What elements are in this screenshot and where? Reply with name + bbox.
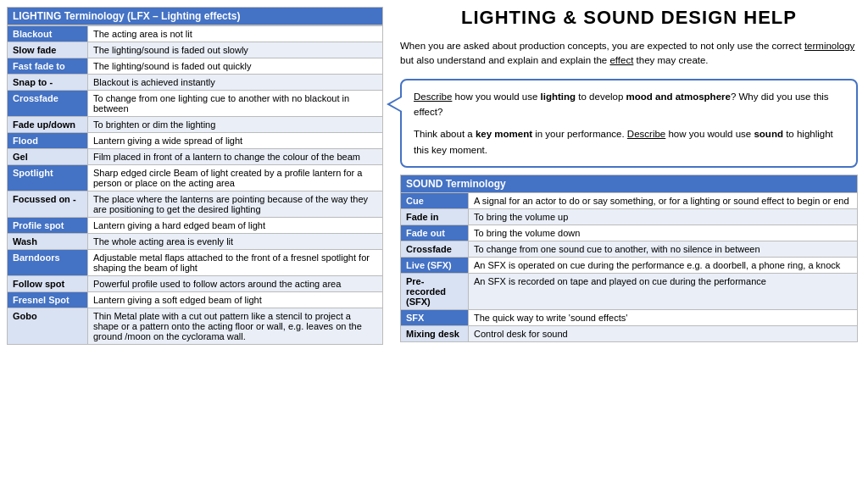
sound-definition: An SFX is recorded on tape and played on… xyxy=(469,274,858,310)
page-title: LIGHTING & SOUND DESIGN HELP xyxy=(400,7,858,29)
lighting-row: Profile spotLantern giving a hard edged … xyxy=(8,218,383,234)
right-panel: LIGHTING & SOUND DESIGN HELP When you ar… xyxy=(390,0,868,488)
lighting-definition: Lantern giving a wide spread of light xyxy=(88,133,383,149)
sound-term: Live (SFX) xyxy=(401,258,469,274)
sound-row: SFXThe quick way to write 'sound effects… xyxy=(401,310,858,326)
lighting-definition: The lighting/sound is faded out quickly xyxy=(88,58,383,75)
lighting-row: GoboThin Metal plate with a cut out patt… xyxy=(8,308,383,345)
lighting-row: Fast fade toThe lighting/sound is faded … xyxy=(8,58,383,75)
lighting-term: Wash xyxy=(8,234,88,250)
sound-term: Fade out xyxy=(401,225,469,241)
sound-row: CrossfadeTo change from one sound cue to… xyxy=(401,241,858,258)
lighting-definition: Powerful profile used to follow actors a… xyxy=(88,276,383,292)
lighting-row: Fade up/downTo brighten or dim the light… xyxy=(8,117,383,133)
lighting-term: Fade up/down xyxy=(8,117,88,133)
lighting-term: Profile spot xyxy=(8,218,88,234)
intro-text: When you are asked about production conc… xyxy=(400,39,858,69)
lighting-term: Gobo xyxy=(8,308,88,345)
lighting-definition: Lantern giving a hard edged beam of ligh… xyxy=(88,218,383,234)
lighting-term: Crossfade xyxy=(8,91,88,117)
sound-row: Mixing deskControl desk for sound xyxy=(401,326,858,342)
sound-table-header: SOUND Terminology xyxy=(401,175,858,193)
lighting-definition: To change from one lighting cue to anoth… xyxy=(88,91,383,117)
lighting-term: Flood xyxy=(8,133,88,149)
sound-term: Mixing desk xyxy=(401,326,469,342)
sound-definition: To change from one sound cue to another,… xyxy=(469,241,858,258)
lighting-row: Snap to -Blackout is achieved instantly xyxy=(8,75,383,91)
sound-term: Pre-recorded (SFX) xyxy=(401,274,469,310)
lighting-term: Slow fade xyxy=(8,42,88,58)
sound-definition: The quick way to write 'sound effects' xyxy=(469,310,858,326)
terminology-underline: terminology xyxy=(804,41,854,51)
lighting-definition: Sharp edged circle Beam of light created… xyxy=(88,165,383,191)
sound-definition: A signal for an actor to do or say somet… xyxy=(469,193,858,209)
sound-row: Fade outTo bring the volume down xyxy=(401,225,858,241)
sound-row: Live (SFX)An SFX is operated on cue duri… xyxy=(401,258,858,274)
effect-underline: effect xyxy=(609,55,633,65)
lighting-definition: The acting area is not lit xyxy=(88,26,383,42)
lighting-term: Spotlight xyxy=(8,165,88,191)
lighting-row: BarndoorsAdjustable metal flaps attached… xyxy=(8,250,383,276)
sound-row: Pre-recorded (SFX)An SFX is recorded on … xyxy=(401,274,858,310)
lighting-term: Follow spot xyxy=(8,276,88,292)
sound-row: CueA signal for an actor to do or say so… xyxy=(401,193,858,209)
lighting-term: Fresnel Spot xyxy=(8,292,88,308)
lighting-definition: Film placed in front of a lantern to cha… xyxy=(88,149,383,165)
sound-term: Fade in xyxy=(401,209,469,225)
describe-underline1: Describe xyxy=(414,92,452,102)
lighting-definition: Thin Metal plate with a cut out pattern … xyxy=(88,308,383,345)
sound-table: SOUND TerminologyCueA signal for an acto… xyxy=(400,175,858,342)
sound-row: Fade inTo bring the volume up xyxy=(401,209,858,225)
lighting-row: Fresnel SpotLantern giving a soft edged … xyxy=(8,292,383,308)
lighting-definition: The whole acting area is evenly lit xyxy=(88,234,383,250)
sound-term: Crossfade xyxy=(401,241,469,258)
prompt2: Think about a key moment in your perform… xyxy=(414,126,844,158)
lighting-term: Barndoors xyxy=(8,250,88,276)
sound-definition: An SFX is operated on cue during the per… xyxy=(469,258,858,274)
lighting-row: WashThe whole acting area is evenly lit xyxy=(8,234,383,250)
lighting-definition: Blackout is achieved instantly xyxy=(88,75,383,91)
sound-definition: To bring the volume down xyxy=(469,225,858,241)
lighting-definition: To brighten or dim the lighting xyxy=(88,117,383,133)
describe-underline2: Describe xyxy=(627,129,665,139)
lighting-header-label: LIGHTING Terminology (LFX – Lighting eff… xyxy=(8,8,383,25)
lighting-row: FloodLantern giving a wide spread of lig… xyxy=(8,133,383,149)
lighting-term: Gel xyxy=(8,149,88,165)
lighting-row: GelFilm placed in front of a lantern to … xyxy=(8,149,383,165)
lighting-term: Blackout xyxy=(8,26,88,42)
sound-definition: To bring the volume up xyxy=(469,209,858,225)
lighting-term: Fast fade to xyxy=(8,58,88,75)
left-panel: LIGHTING Terminology (LFX – Lighting eff… xyxy=(0,0,390,488)
lighting-row: Focussed on -The place where the lantern… xyxy=(8,191,383,218)
prompt1: Describe how you would use lighting to d… xyxy=(414,89,844,120)
lighting-table-body: BlackoutThe acting area is not litSlow f… xyxy=(7,25,383,345)
sound-definition: Control desk for sound xyxy=(469,326,858,342)
prompt-box: Describe how you would use lighting to d… xyxy=(400,79,858,169)
lighting-term: Snap to - xyxy=(8,75,88,91)
lighting-definition: Adjustable metal flaps attached to the f… xyxy=(88,250,383,276)
lighting-row: BlackoutThe acting area is not lit xyxy=(8,26,383,42)
lighting-row: Slow fadeThe lighting/sound is faded out… xyxy=(8,42,383,58)
sound-term: SFX xyxy=(401,310,469,326)
sound-term: Cue xyxy=(401,193,469,209)
lighting-term: Focussed on - xyxy=(8,191,88,218)
lighting-row: SpotlightSharp edged circle Beam of ligh… xyxy=(8,165,383,191)
lighting-definition: Lantern giving a soft edged beam of ligh… xyxy=(88,292,383,308)
lighting-table: LIGHTING Terminology (LFX – Lighting eff… xyxy=(7,7,383,25)
lighting-row: CrossfadeTo change from one lighting cue… xyxy=(8,91,383,117)
lighting-definition: The lighting/sound is faded out slowly xyxy=(88,42,383,58)
lighting-table-header: LIGHTING Terminology (LFX – Lighting eff… xyxy=(8,8,383,25)
lighting-definition: The place where the lanterns are pointin… xyxy=(88,191,383,218)
lighting-row: Follow spotPowerful profile used to foll… xyxy=(8,276,383,292)
